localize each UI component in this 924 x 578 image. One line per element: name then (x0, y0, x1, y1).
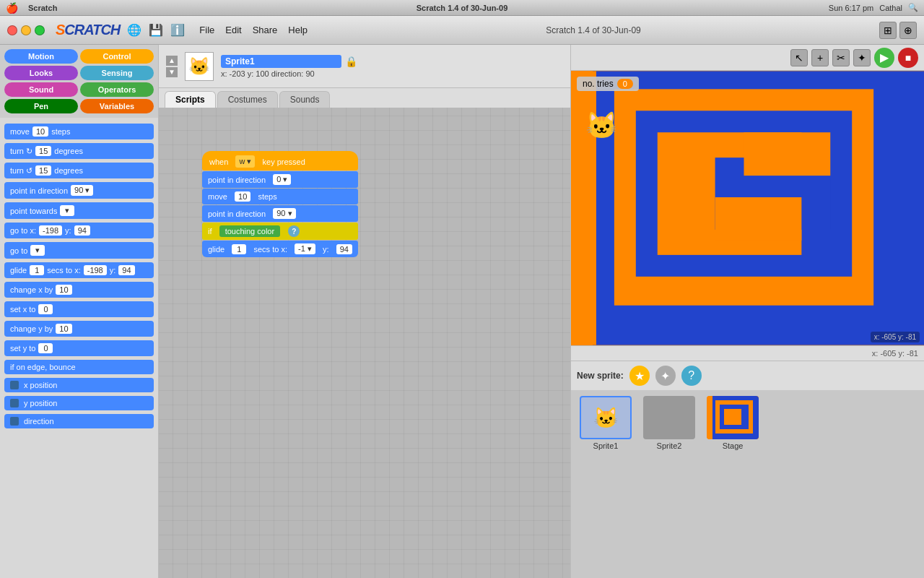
block-when-key-pressed[interactable]: when w ▾ key pressed (202, 151, 358, 171)
user-label: Cathal (879, 4, 902, 12)
category-variables[interactable]: Variables (80, 99, 154, 113)
block-turn-ccw[interactable]: turn ↺ 15 degrees (4, 163, 154, 178)
block-move-10[interactable]: move 10 steps (202, 189, 358, 204)
category-looks[interactable]: Looks (4, 66, 78, 80)
block-point-direction[interactable]: point in direction 90 ▾ (4, 182, 154, 199)
stage-cat-sprite: 🐱 (585, 111, 618, 141)
menu-edit[interactable]: Edit (225, 25, 241, 35)
menu-file[interactable]: File (199, 25, 214, 35)
zoom-out-tool[interactable]: ✂ (832, 49, 850, 66)
block-if-on-edge[interactable]: if on edge, bounce (4, 360, 154, 374)
new-sprite-area: New sprite: ★ ✦ ? (571, 361, 924, 390)
app-title: Scratch 1.4 of 30-Jun-09 (315, 25, 872, 35)
sprite-gallery-item-stage[interactable]: Stage (704, 396, 762, 450)
sprite-thumb-sprite2[interactable] (643, 396, 695, 439)
category-sound[interactable]: Sound (4, 82, 78, 97)
sprite-coords: x: -203 y: 100 direction: 90 (221, 69, 357, 78)
block-point-direction-0[interactable]: point in direction 0 ▾ (202, 171, 358, 188)
tab-scripts[interactable]: Scripts (165, 91, 216, 108)
app-window: SCRATCH 🌐 💾 ℹ️ File Edit Share Help Scra… (0, 16, 924, 578)
left-panel: Motion Control Looks Sensing Sound Opera… (0, 45, 159, 578)
block-point-90[interactable]: point in direction 90 ▾ (202, 205, 358, 222)
block-y-position[interactable]: y position (4, 396, 154, 410)
surprise-sprite-button[interactable]: ? (681, 366, 702, 386)
stamp-tool[interactable]: ✦ (853, 49, 871, 66)
block-set-y[interactable]: set y to 0 (4, 340, 154, 356)
stage-coords: x: -605 y: -81 (871, 332, 920, 342)
score-label: no. tries (583, 79, 614, 89)
block-glide-secs[interactable]: glide 1 secs to x: -1 ▾ y: 94 (202, 241, 358, 257)
mac-titlebar: 🍎 Scratch Scratch 1.4 of 30-Jun-09 Sun 6… (0, 0, 924, 16)
green-flag-button[interactable]: ▶ (874, 48, 894, 68)
category-control[interactable]: Control (80, 49, 154, 64)
maximize-button[interactable] (35, 25, 45, 35)
app-titlebar: SCRATCH 🌐 💾 ℹ️ File Edit Share Help Scra… (0, 16, 924, 45)
fit-screen-button[interactable]: ⊞ (879, 22, 897, 39)
svg-rect-6 (744, 132, 831, 176)
block-goto-xy[interactable]: go to x: -198 y: 94 (4, 223, 154, 238)
stage-toolbar: ↖ + ✂ ✦ ▶ ■ (571, 45, 924, 71)
datetime-label: Sun 6:17 pm (829, 4, 873, 12)
apple-menu-icon[interactable]: 🍎 (6, 2, 18, 14)
stamp-sprite-button[interactable]: ✦ (655, 366, 676, 386)
zoom-button[interactable]: ⊕ (899, 22, 917, 39)
menu-bar: File Edit Share Help (199, 25, 308, 35)
window-controls (7, 25, 45, 35)
block-point-towards[interactable]: point towards ▾ (4, 202, 154, 219)
menu-share[interactable]: Share (253, 25, 278, 35)
lock-icon: 🔒 (345, 56, 357, 67)
sprite-name-input[interactable] (221, 55, 341, 68)
block-glide[interactable]: glide 1 secs to x: -198 y: 94 (4, 262, 154, 278)
block-move-steps[interactable]: move 10 steps (4, 124, 154, 139)
block-goto[interactable]: go to ▾ (4, 242, 154, 259)
score-value: 0 (617, 79, 633, 89)
block-set-x[interactable]: set x to 0 (4, 301, 154, 317)
sprite-nav-down[interactable]: ▼ (166, 67, 178, 77)
stage-bottom: x: -605 y: -81 (571, 345, 924, 361)
sprite-thumb-stage[interactable] (707, 396, 759, 439)
stop-button[interactable]: ■ (898, 48, 918, 68)
block-direction[interactable]: direction (4, 414, 154, 428)
minimize-button[interactable] (21, 25, 31, 35)
center-panel: ▲ ▼ 🐱 🔒 x: -203 y: 100 direction: 90 Scr… (159, 45, 570, 578)
sprite-bar: ▲ ▼ 🐱 🔒 x: -203 y: 100 direction: 90 (159, 45, 570, 88)
block-x-position[interactable]: x position (4, 378, 154, 392)
sprite2-label: Sprite2 (657, 441, 682, 450)
category-pen[interactable]: Pen (4, 99, 78, 113)
search-icon[interactable]: 🔍 (908, 3, 918, 12)
zoom-in-tool[interactable]: + (811, 49, 829, 66)
sprite-thumbnail: 🐱 (185, 52, 214, 81)
sprite-gallery-item-sprite2[interactable]: Sprite2 (640, 396, 698, 450)
app-logo: SCRATCH (56, 22, 120, 38)
app-name-label: Scratch (28, 4, 57, 12)
sprite-nav-up[interactable]: ▲ (166, 56, 178, 66)
block-if-container[interactable]: if touching color ? (202, 223, 358, 240)
block-change-y[interactable]: change y by 10 (4, 321, 154, 337)
tab-costumes[interactable]: Costumes (217, 91, 278, 108)
stage-canvas[interactable]: no. tries 0 🐱 x: -605 y: -81 (571, 71, 924, 345)
paint-sprite-button[interactable]: ★ (629, 366, 650, 386)
info-icon[interactable]: ℹ️ (170, 23, 185, 37)
blocks-list: move 10 steps turn ↻ 15 degrees turn ↺ 1… (0, 118, 158, 578)
main-content: Motion Control Looks Sensing Sound Opera… (0, 45, 924, 578)
sprite-gallery-item-sprite1[interactable]: 🐱 Sprite1 (577, 396, 635, 450)
script-area[interactable]: when w ▾ key pressed point in direction … (159, 108, 570, 578)
tab-sounds[interactable]: Sounds (279, 91, 331, 108)
close-button[interactable] (7, 25, 17, 35)
category-operators[interactable]: Operators (80, 82, 154, 97)
sprite-thumb-sprite1[interactable]: 🐱 (580, 396, 632, 439)
block-turn-cw[interactable]: turn ↻ 15 degrees (4, 143, 154, 159)
score-display: no. tries 0 (577, 77, 639, 91)
category-sensing[interactable]: Sensing (80, 66, 154, 80)
block-change-x[interactable]: change x by 10 (4, 282, 154, 298)
categories-panel: Motion Control Looks Sensing Sound Opera… (0, 45, 158, 118)
sprite1-label: Sprite1 (593, 441, 619, 450)
arrow-tool[interactable]: ↖ (790, 49, 808, 66)
save-icon[interactable]: 💾 (149, 23, 163, 37)
svg-rect-13 (724, 409, 741, 425)
tab-bar: Scripts Costumes Sounds (159, 88, 570, 108)
globe-icon[interactable]: 🌐 (127, 23, 141, 37)
menu-help[interactable]: Help (288, 25, 308, 35)
category-motion[interactable]: Motion (4, 49, 78, 64)
sprites-gallery: 🐱 Sprite1 Sprite2 (571, 390, 924, 578)
